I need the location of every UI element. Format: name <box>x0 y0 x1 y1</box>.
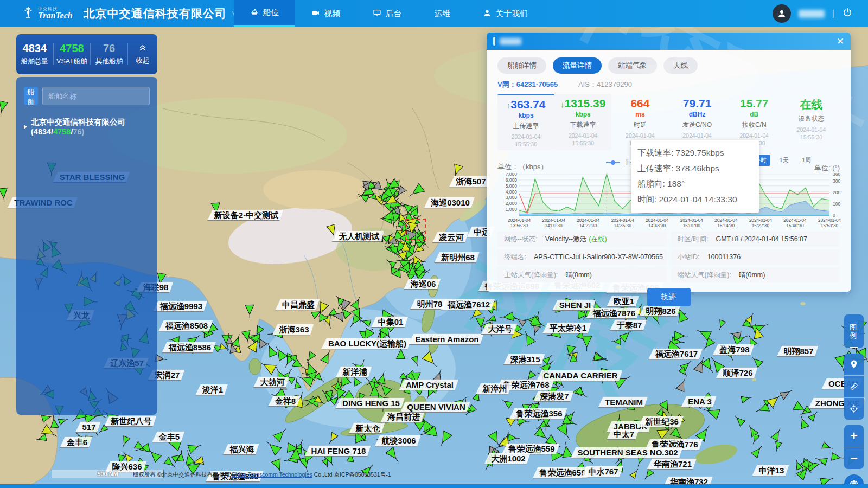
ship-marker[interactable] <box>611 338 621 344</box>
ship-marker[interactable] <box>512 329 526 339</box>
ship-marker[interactable] <box>614 323 628 335</box>
ship-marker[interactable] <box>351 296 363 310</box>
measure-button[interactable] <box>844 375 864 397</box>
ship-marker[interactable] <box>723 346 738 363</box>
ship-marker[interactable] <box>521 404 530 417</box>
ship-marker[interactable] <box>347 451 355 462</box>
ship-marker[interactable] <box>188 441 203 453</box>
ship-marker[interactable] <box>359 328 374 345</box>
ship-marker[interactable] <box>415 382 429 395</box>
ship-marker[interactable] <box>702 404 720 419</box>
ship-marker[interactable] <box>473 389 482 401</box>
ship-marker[interactable] <box>349 373 361 386</box>
ship-marker[interactable] <box>168 336 179 343</box>
ship-marker[interactable] <box>89 425 101 438</box>
range-1天[interactable]: 1天 <box>776 155 793 166</box>
ship-marker[interactable] <box>304 351 316 364</box>
ship-marker[interactable] <box>594 353 607 363</box>
ship-marker[interactable] <box>741 394 752 403</box>
ship-marker[interactable] <box>386 447 402 465</box>
ship-marker[interactable] <box>529 447 541 457</box>
ship-name-input[interactable] <box>42 87 150 105</box>
ship-marker[interactable] <box>116 454 125 467</box>
ship-marker[interactable] <box>576 387 589 400</box>
ship-marker[interactable] <box>0 188 9 202</box>
ship-marker[interactable] <box>627 398 635 410</box>
copyright-link[interactable]: China Transcomm Technologies <box>232 471 312 478</box>
tab-站端气象[interactable]: 站端气象 <box>608 57 657 74</box>
ship-marker[interactable] <box>546 435 563 451</box>
ship-marker[interactable] <box>597 368 610 384</box>
logout-power-icon[interactable] <box>842 7 853 20</box>
ship-marker[interactable] <box>732 413 745 426</box>
nav-item-后台[interactable]: 后台 <box>356 0 418 27</box>
ship-marker[interactable] <box>422 351 441 370</box>
ship-marker[interactable] <box>521 329 535 345</box>
ship-marker[interactable] <box>751 444 765 458</box>
ship-marker[interactable] <box>209 341 221 352</box>
ship-marker[interactable] <box>350 426 364 443</box>
locate-pin-button[interactable] <box>844 354 864 375</box>
ship-marker[interactable] <box>0 101 8 115</box>
ship-marker[interactable] <box>635 416 652 429</box>
collapse-button[interactable]: 收起 <box>128 43 157 66</box>
ship-marker[interactable] <box>376 436 387 443</box>
ship-marker[interactable] <box>219 343 230 352</box>
ship-marker[interactable] <box>546 329 560 341</box>
ship-marker[interactable] <box>634 453 646 467</box>
company-tree-item[interactable]: 北京中交通信科技有限公司(4834/4758/76) <box>24 117 150 136</box>
ship-marker[interactable] <box>773 441 782 453</box>
zoom-out-button[interactable]: − <box>844 447 864 469</box>
ship-marker[interactable] <box>500 396 513 408</box>
ship-marker[interactable] <box>676 376 689 392</box>
ship-marker[interactable] <box>822 442 834 452</box>
ship-marker[interactable] <box>500 312 514 322</box>
ship-marker[interactable] <box>377 370 388 384</box>
ship-marker[interactable] <box>508 434 520 442</box>
tab-流量详情[interactable]: 流量详情 <box>553 57 602 74</box>
ship-marker[interactable] <box>315 373 326 384</box>
ship-marker[interactable] <box>97 425 108 435</box>
range-1周[interactable]: 1周 <box>798 155 815 166</box>
ship-marker[interactable] <box>641 309 652 324</box>
ship-marker[interactable] <box>303 358 317 375</box>
ship-marker[interactable] <box>406 183 425 200</box>
ship-marker[interactable] <box>273 426 289 442</box>
ship-marker[interactable] <box>438 400 452 410</box>
ship-marker[interactable] <box>749 354 763 367</box>
ship-marker[interactable] <box>717 320 726 331</box>
ship-marker[interactable] <box>670 428 686 444</box>
ship-marker[interactable] <box>432 367 445 383</box>
ship-marker[interactable] <box>211 203 221 217</box>
ship-marker[interactable] <box>232 333 244 346</box>
ship-marker[interactable] <box>188 332 202 345</box>
ship-marker[interactable] <box>411 356 421 368</box>
nav-item-关于我们[interactable]: 关于我们 <box>467 0 544 27</box>
ship-marker[interactable] <box>524 371 535 383</box>
ship-marker[interactable] <box>642 469 654 481</box>
ship-marker[interactable] <box>679 367 690 378</box>
ship-marker[interactable] <box>258 358 277 374</box>
ship-marker[interactable] <box>193 324 209 336</box>
tab-天线[interactable]: 天线 <box>663 57 698 74</box>
ship-marker[interactable] <box>49 415 59 428</box>
avatar[interactable] <box>773 4 791 23</box>
ship-marker[interactable] <box>58 416 69 425</box>
zoom-in-button[interactable]: + <box>844 425 864 447</box>
ship-marker[interactable] <box>518 417 530 426</box>
ship-marker[interactable] <box>120 436 130 448</box>
ship-marker[interactable] <box>267 329 283 339</box>
ship-marker[interactable] <box>557 423 574 442</box>
ship-marker[interactable] <box>35 434 47 443</box>
track-button[interactable]: 轨迹 <box>647 288 691 306</box>
nav-item-视频[interactable]: 视频 <box>295 0 356 27</box>
ship-marker[interactable] <box>321 349 334 364</box>
ship-marker[interactable] <box>572 451 584 461</box>
ship-marker[interactable] <box>797 414 809 429</box>
ship-marker[interactable] <box>614 372 633 388</box>
position-button[interactable] <box>844 397 864 420</box>
ship-marker[interactable] <box>436 431 452 448</box>
ship-marker[interactable] <box>450 164 463 179</box>
ship-marker[interactable] <box>771 427 783 441</box>
legend-button[interactable]: 图例 <box>850 314 858 348</box>
